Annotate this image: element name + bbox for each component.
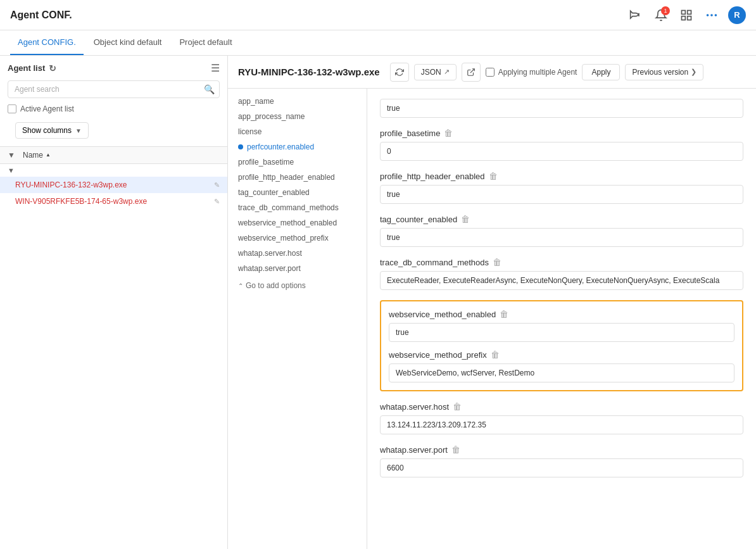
sidebar-menu-icon[interactable]: ☰ [211, 62, 220, 74]
nav-item-profile-basetime[interactable]: profile_basetime [228, 155, 367, 170]
content-body: app_name app_process_name license perfco… [228, 89, 756, 549]
agent-table-header: ▼ Name ▲ [0, 146, 227, 164]
config-input-profile-http-header-enabled[interactable] [380, 185, 743, 204]
nav-item-webservice-method-prefix[interactable]: webservice_method_prefix [228, 230, 367, 246]
nav-label-profile-basetime: profile_basetime [238, 158, 294, 167]
tab-project-default[interactable]: Project default [172, 30, 239, 55]
delete-icon-whatap-server-port[interactable]: 🗑 [451, 445, 460, 455]
agent-list-label: Agent list [8, 63, 45, 73]
agent-item-1[interactable]: WIN-V905RFKFE5B-174-65-w3wp.exe ✎ [0, 193, 227, 210]
active-agent-checkbox[interactable] [8, 104, 16, 113]
config-input-top[interactable]: true [380, 99, 743, 118]
app-header: Agent CONF. 1 R [0, 0, 756, 30]
svg-line-7 [470, 68, 474, 72]
config-section-whatap-server-host: whatap.server.host 🗑 [380, 401, 743, 434]
tab-object-kind-default[interactable]: Object kind default [86, 30, 170, 55]
header-icons: 1 R [627, 6, 746, 24]
config-input-whatap-server-port[interactable] [380, 458, 743, 477]
config-input-profile-basetime[interactable] [380, 142, 743, 161]
apply-multiple-checkbox[interactable] [486, 68, 495, 77]
sort-icons[interactable]: ▲ [46, 153, 51, 158]
go-to-add-options[interactable]: ⌃ Go to add options [228, 276, 367, 295]
delete-icon-trace-db-command-methods[interactable]: 🗑 [493, 257, 501, 267]
grid-icon[interactable] [677, 6, 695, 24]
config-input-webservice-method-enabled[interactable] [389, 323, 734, 342]
nav-item-trace-db-command-methods[interactable]: trace_db_command_methods [228, 200, 367, 215]
delete-icon-profile-basetime[interactable]: 🗑 [444, 128, 453, 138]
nav-item-profile-http-header-enabled[interactable]: profile_http_header_enabled [228, 170, 367, 185]
agent-name-1: WIN-V905RFKFE5B-174-65-w3wp.exe [15, 197, 211, 206]
config-input-whatap-server-host[interactable] [380, 415, 743, 434]
json-button[interactable]: JSON ↗ [414, 64, 457, 80]
active-agent-label: Active Agent list [20, 104, 74, 113]
config-section-top: true [380, 99, 743, 118]
main-content: RYU-MINIPC-136-132-w3wp.exe JSON ↗ Apply… [228, 56, 756, 549]
external-icon-btn[interactable] [462, 63, 481, 82]
config-label-whatap-server-host: whatap.server.host 🗑 [380, 401, 743, 412]
config-label-webservice-method-prefix: webservice_method_prefix 🗑 [389, 350, 734, 360]
nav-label-trace-db-command-methods: trace_db_command_methods [238, 203, 339, 212]
nav-item-perfcounter-enabled[interactable]: perfcounter.enabled [228, 139, 367, 155]
group-expand-icon[interactable]: ▼ [8, 167, 20, 174]
notification-badge: 1 [661, 6, 670, 15]
prev-version-label: Previous version [632, 68, 688, 77]
delete-icon-tag-counter-enabled[interactable]: 🗑 [461, 214, 470, 224]
config-section-webservice-method-prefix: webservice_method_prefix 🗑 [389, 350, 734, 382]
nav-item-tag-counter-enabled[interactable]: tag_counter_enabled [228, 185, 367, 200]
nav-item-whatap-server-port[interactable]: whatap.server.port [228, 261, 367, 276]
chevron-up-icon: ⌃ [238, 282, 243, 289]
left-nav: app_name app_process_name license perfco… [228, 89, 367, 549]
config-label-trace-db-command-methods: trace_db_command_methods 🗑 [380, 257, 743, 267]
apply-button[interactable]: Apply [582, 64, 620, 80]
active-agent-row: Active Agent list [0, 102, 227, 116]
config-input-trace-db-command-methods[interactable] [380, 271, 743, 290]
name-label: Name [23, 151, 43, 160]
nav-item-webservice-method-enabled[interactable]: webservice_method_enabled [228, 215, 367, 230]
config-label-whatap-server-port: whatap.server.port 🗑 [380, 445, 743, 455]
previous-version-button[interactable]: Previous version ❯ [625, 64, 703, 80]
refresh-icon[interactable]: ↻ [49, 63, 56, 73]
main-tabs: Agent CONFIG. Object kind default Projec… [0, 30, 756, 56]
delete-icon-webservice-method-prefix[interactable]: 🗑 [491, 350, 500, 360]
config-section-tag-counter-enabled: tag_counter_enabled 🗑 [380, 214, 743, 247]
avatar[interactable]: R [728, 6, 746, 24]
main-layout: Agent list ↻ ☰ 🔍 Active Agent list Show … [0, 56, 756, 549]
config-input-webservice-method-prefix[interactable] [389, 363, 734, 382]
config-label-tag-counter-enabled: tag_counter_enabled 🗑 [380, 214, 743, 224]
agent-list: ▼ RYU-MINIPC-136-132-w3wp.exe ✎ WIN-V905… [0, 164, 227, 549]
bell-icon[interactable]: 1 [652, 6, 670, 24]
nav-label-whatap-server-port: whatap.server.port [238, 264, 301, 273]
nav-label-tag-counter-enabled: tag_counter_enabled [238, 188, 310, 197]
tab-agent-config[interactable]: Agent CONFIG. [10, 30, 84, 55]
external-link-icon: ↗ [444, 68, 450, 76]
search-input[interactable] [8, 80, 220, 98]
agent-item-0[interactable]: RYU-MINIPC-136-132-w3wp.exe ✎ [0, 177, 227, 193]
nav-item-license[interactable]: license [228, 124, 367, 139]
config-label-profile-http-header-enabled: profile_http_header_enabled 🗑 [380, 171, 743, 181]
nav-item-app-name[interactable]: app_name [228, 94, 367, 109]
edit-icon-0[interactable]: ✎ [214, 181, 220, 189]
nav-item-app-process-name[interactable]: app_process_name [228, 109, 367, 124]
search-box: 🔍 [8, 80, 220, 98]
svg-rect-0 [682, 10, 686, 14]
edit-icon-1[interactable]: ✎ [214, 198, 220, 206]
refresh-config-icon[interactable] [390, 63, 409, 82]
agent-name-0: RYU-MINIPC-136-132-w3wp.exe [15, 180, 211, 189]
megaphone-icon[interactable] [627, 6, 645, 24]
config-input-tag-counter-enabled[interactable] [380, 228, 743, 247]
go-to-add-label: Go to add options [246, 281, 306, 290]
delete-icon-whatap-server-host[interactable]: 🗑 [453, 401, 462, 412]
expand-all-icon[interactable]: ▼ [8, 151, 23, 160]
config-section-whatap-server-port: whatap.server.port 🗑 [380, 445, 743, 477]
show-columns-button[interactable]: Show columns ▼ [15, 122, 89, 139]
chevron-down-icon: ▼ [75, 127, 82, 134]
svg-point-4 [710, 14, 713, 16]
delete-icon-profile-http-header-enabled[interactable]: 🗑 [489, 171, 498, 181]
name-column-header: Name ▲ [23, 151, 220, 160]
right-config-panel: true profile_basetime 🗑 profile_http_hea… [367, 89, 756, 549]
more-icon[interactable] [703, 6, 721, 24]
search-icon[interactable]: 🔍 [204, 84, 215, 94]
nav-item-whatap-server-host[interactable]: whatap.server.host [228, 246, 367, 261]
nav-label-license: license [238, 127, 261, 136]
delete-icon-webservice-method-enabled[interactable]: 🗑 [500, 309, 508, 319]
